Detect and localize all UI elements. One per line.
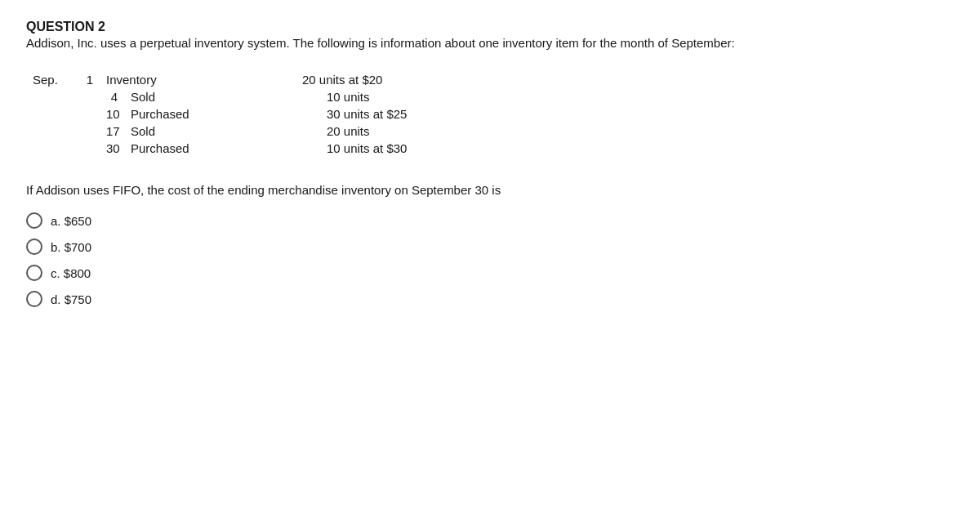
detail-1: 20 units at $20 [302, 73, 547, 87]
day-4: 17 [106, 124, 131, 138]
radio-c[interactable] [26, 265, 42, 281]
inventory-row-5: 30 Purchased 10 units at $30 [33, 141, 954, 155]
option-a[interactable]: a. $650 [26, 212, 954, 229]
detail-4: 20 units [327, 124, 572, 138]
radio-a[interactable] [26, 212, 42, 229]
detail-2: 10 units [327, 90, 572, 104]
option-d[interactable]: d. $750 [26, 291, 954, 307]
detail-3: 30 units at $25 [327, 107, 572, 121]
question-title: QUESTION 2 [26, 20, 954, 34]
option-b[interactable]: b. $700 [26, 239, 954, 255]
option-b-text: b. $700 [51, 240, 91, 254]
answer-options: a. $650 b. $700 c. $800 d. $750 [26, 212, 954, 307]
label-1: Inventory [106, 73, 220, 87]
sep-label: Sep. [33, 73, 82, 87]
label-3: Purchased [131, 107, 245, 121]
sep-word: Sep. [33, 73, 58, 87]
day-3: 10 [106, 107, 131, 121]
label-2: Sold [131, 90, 245, 104]
option-a-text: a. $650 [51, 214, 91, 228]
day-1: 1 [82, 73, 106, 87]
inventory-table: Sep. 1 Inventory 20 units at $20 4 Sold … [33, 73, 954, 155]
fifo-question-text: If Addison uses FIFO, the cost of the en… [26, 181, 954, 200]
label-5: Purchased [131, 141, 245, 155]
inventory-row-3: 10 Purchased 30 units at $25 [33, 107, 954, 121]
inventory-row-4: 17 Sold 20 units [33, 124, 954, 138]
option-c-text: c. $800 [51, 266, 91, 280]
radio-b[interactable] [26, 239, 42, 255]
day-5: 30 [106, 141, 131, 155]
inventory-row-2: 4 Sold 10 units [33, 90, 954, 104]
option-c[interactable]: c. $800 [26, 265, 954, 281]
label-4: Sold [131, 124, 245, 138]
radio-d[interactable] [26, 291, 42, 307]
option-d-text: d. $750 [51, 292, 91, 306]
question-title-text: QUESTION 2 [26, 20, 105, 33]
detail-5: 10 units at $30 [327, 141, 572, 155]
intro-paragraph: Addison, Inc. uses a perpetual inventory… [26, 34, 954, 53]
inventory-row-1: Sep. 1 Inventory 20 units at $20 [33, 73, 954, 87]
day-2: 4 [106, 90, 131, 104]
